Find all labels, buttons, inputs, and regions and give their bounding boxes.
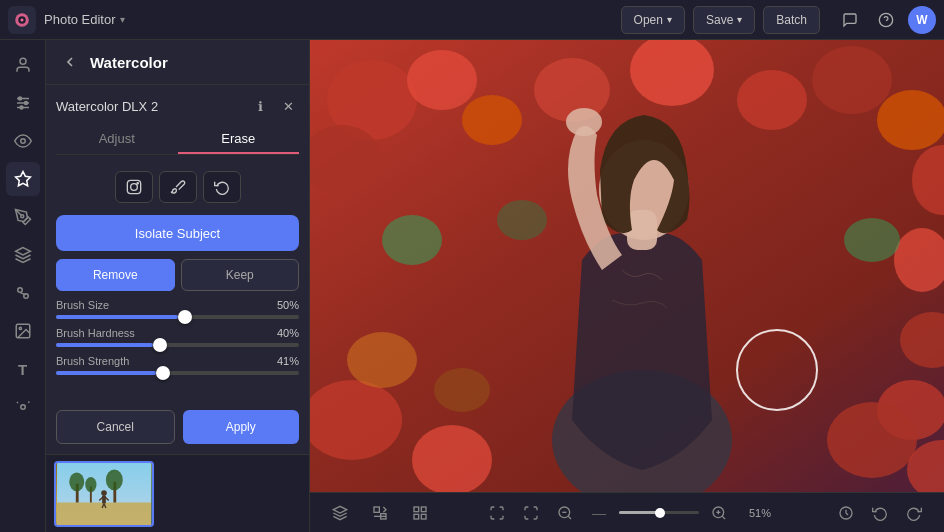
- main-area: T Watercolor Watercolor DLX 2: [0, 40, 944, 532]
- zoom-out-icon[interactable]: [551, 499, 579, 527]
- tab-erase[interactable]: Erase: [178, 125, 300, 154]
- svg-point-27: [69, 472, 84, 491]
- svg-point-60: [434, 368, 490, 412]
- tool-group[interactable]: [6, 276, 40, 310]
- isolate-subject-button[interactable]: Isolate Subject: [56, 215, 299, 251]
- svg-point-54: [844, 218, 900, 262]
- grid-icon[interactable]: [406, 499, 434, 527]
- undo-icon[interactable]: [866, 499, 894, 527]
- user-avatar[interactable]: W: [908, 6, 936, 34]
- chat-icon[interactable]: [836, 6, 864, 34]
- zoom-dot-icon[interactable]: —: [585, 499, 613, 527]
- select-icon[interactable]: [517, 499, 545, 527]
- remove-button[interactable]: Remove: [56, 259, 175, 291]
- layers-icon[interactable]: [326, 499, 354, 527]
- erase-reset-icon[interactable]: [203, 171, 241, 203]
- tool-person[interactable]: [6, 48, 40, 82]
- canvas-image[interactable]: [310, 40, 944, 492]
- tool-text[interactable]: T: [6, 352, 40, 386]
- brush-size-label: Brush Size: [56, 299, 109, 311]
- brush-strength-fill: [56, 371, 156, 375]
- canvas-area: — 51%: [310, 40, 944, 532]
- brush-hardness-label: Brush Hardness: [56, 327, 135, 339]
- svg-line-78: [722, 516, 725, 519]
- brush-hardness-slider: Brush Hardness 40%: [56, 327, 299, 347]
- svg-point-12: [20, 139, 25, 144]
- tool-magic[interactable]: [6, 162, 40, 196]
- left-toolbar: T: [0, 40, 46, 532]
- svg-line-75: [568, 516, 571, 519]
- watercolor-title: Watercolor DLX 2: [56, 99, 158, 114]
- svg-point-29: [85, 477, 96, 492]
- tool-eye[interactable]: [6, 124, 40, 158]
- fullscreen-icon[interactable]: [483, 499, 511, 527]
- svg-rect-21: [127, 180, 140, 193]
- app-logo[interactable]: [8, 6, 36, 34]
- svg-point-31: [106, 470, 123, 491]
- brush-strength-thumb[interactable]: [156, 366, 170, 380]
- tabs: Adjust Erase: [56, 125, 299, 155]
- brush-size-value: 50%: [277, 299, 299, 311]
- zoom-controls: — 51%: [483, 499, 771, 527]
- cancel-button[interactable]: Cancel: [56, 410, 175, 444]
- tool-settings[interactable]: [6, 390, 40, 424]
- apply-button[interactable]: Apply: [183, 410, 300, 444]
- redo-icon[interactable]: [900, 499, 928, 527]
- svg-point-59: [347, 332, 417, 388]
- transform-icon[interactable]: [366, 499, 394, 527]
- svg-point-5: [20, 58, 26, 64]
- brush-size-fill: [56, 315, 178, 319]
- help-icon[interactable]: [872, 6, 900, 34]
- brush-sliders: Brush Size 50% Brush Hardness 40%: [56, 299, 299, 375]
- image-thumbnail[interactable]: [54, 461, 154, 527]
- brush-hardness-value: 40%: [277, 327, 299, 339]
- app-title: Photo Editor: [44, 12, 116, 27]
- svg-point-53: [497, 200, 547, 240]
- svg-rect-67: [374, 507, 379, 512]
- svg-marker-13: [15, 172, 30, 186]
- brush-strength-track[interactable]: [56, 371, 299, 375]
- keep-button[interactable]: Keep: [181, 259, 300, 291]
- open-button[interactable]: Open ▾: [621, 6, 685, 34]
- close-icon[interactable]: ✕: [277, 95, 299, 117]
- tool-image[interactable]: [6, 314, 40, 348]
- svg-point-20: [20, 405, 25, 410]
- zoom-slider-track[interactable]: [619, 511, 699, 514]
- avatar-label: W: [916, 13, 927, 27]
- erase-instagram-icon[interactable]: [115, 171, 153, 203]
- svg-point-57: [827, 402, 917, 478]
- history-icon[interactable]: [832, 499, 860, 527]
- brush-size-thumb[interactable]: [178, 310, 192, 324]
- svg-point-47: [877, 90, 944, 150]
- batch-label: Batch: [776, 13, 807, 27]
- open-chevron-icon: ▾: [667, 14, 672, 25]
- save-label: Save: [706, 13, 733, 27]
- app-name-button[interactable]: Photo Editor ▾: [44, 12, 125, 27]
- back-button[interactable]: [58, 50, 82, 74]
- tool-adjustments[interactable]: [6, 86, 40, 120]
- info-icon[interactable]: ℹ: [249, 95, 271, 117]
- svg-point-52: [382, 215, 442, 265]
- brush-size-track[interactable]: [56, 315, 299, 319]
- panel-header: Watercolor: [46, 40, 309, 85]
- svg-point-19: [19, 327, 21, 329]
- brush-hardness-thumb[interactable]: [153, 338, 167, 352]
- save-chevron-icon: ▾: [737, 14, 742, 25]
- svg-point-42: [462, 95, 522, 145]
- save-button[interactable]: Save ▾: [693, 6, 755, 34]
- svg-marker-66: [333, 506, 346, 513]
- tool-paint[interactable]: [6, 200, 40, 234]
- svg-point-56: [412, 425, 492, 492]
- tool-layers[interactable]: [6, 238, 40, 272]
- svg-point-14: [20, 215, 23, 218]
- brush-hardness-fill: [56, 343, 153, 347]
- tab-adjust[interactable]: Adjust: [56, 125, 178, 154]
- brush-hardness-track[interactable]: [56, 343, 299, 347]
- svg-rect-73: [414, 514, 419, 519]
- erase-brush-icon[interactable]: [159, 171, 197, 203]
- svg-marker-15: [15, 248, 30, 256]
- zoom-in-icon[interactable]: [705, 499, 733, 527]
- zoom-slider-thumb[interactable]: [655, 508, 665, 518]
- batch-button[interactable]: Batch: [763, 6, 820, 34]
- open-label: Open: [634, 13, 663, 27]
